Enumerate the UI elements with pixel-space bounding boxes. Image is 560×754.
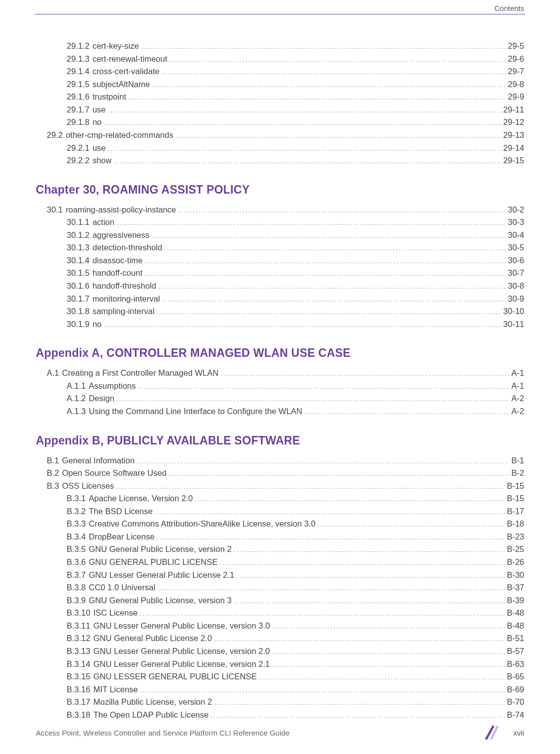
toc-leader-dots <box>137 454 510 467</box>
toc-entry[interactable]: B.3.10ISC LicenseB-48 <box>67 607 524 620</box>
toc-leader-dots <box>234 594 505 607</box>
toc-entry[interactable]: B.3.9GNU General Public License, version… <box>67 594 524 607</box>
toc-leader-dots <box>103 318 501 331</box>
toc-entry[interactable]: B.3.12 GNU General Public License 2.0B-5… <box>67 632 524 645</box>
toc-entry-title: ISC License <box>93 607 138 620</box>
toc-entry-page: B-74 <box>507 709 524 722</box>
toc-entry[interactable]: 30.1.7monitoring-interval30-9 <box>67 293 524 306</box>
toc-entry-page: 29-8 <box>508 78 524 91</box>
toc-entry-page: 29-11 <box>503 104 524 116</box>
toc-entry-page: B-37 <box>507 581 524 594</box>
toc-entry[interactable]: A.1.1AssumptionsA-1 <box>67 380 524 393</box>
toc-entry-number: A.1.3 <box>67 405 86 418</box>
toc-entry[interactable]: B.2Open Source Software UsedB-2 <box>47 467 524 480</box>
toc-entry-title: no <box>93 116 101 129</box>
toc-entry[interactable]: B.3.4DropBear LicenseB-23 <box>67 531 524 543</box>
toc-entry-number: B.3.13 <box>67 645 91 658</box>
toc-entry[interactable]: A.1.3Using the Command Line Interface to… <box>67 405 524 418</box>
toc-entry[interactable]: A.1Creating a First Controller Managed W… <box>47 367 524 380</box>
toc-entry-title: Design <box>89 392 114 405</box>
toc-entry[interactable]: 29.1.6trustpoint29-9 <box>67 91 524 104</box>
toc-entry-title: GNU LESSER GENERAL PUBLIC LICENSE <box>93 670 257 683</box>
toc-entry[interactable]: B.3.16MIT LicenseB-69 <box>67 683 524 696</box>
toc-entry-page: 30-4 <box>508 229 524 242</box>
toc-entry[interactable]: B.3.15GNU LESSER GENERAL PUBLIC LICENSEB… <box>67 670 524 683</box>
toc-entry-title: Creative Commons Attribution-ShareAlike … <box>89 518 316 531</box>
toc-entry[interactable]: B.3.13GNU Lesser General Public License,… <box>67 645 524 658</box>
toc-entry[interactable]: 29.2.1use29-14 <box>67 142 524 155</box>
toc-leader-dots <box>107 142 501 155</box>
toc-entry-title: trustpoint <box>93 91 126 104</box>
chapter-heading: Appendix B, PUBLICLY AVAILABLE SOFTWARE <box>36 434 524 447</box>
toc-entry[interactable]: 30.1.2aggressiveness30-4 <box>67 229 524 242</box>
toc-entry-page: B-63 <box>507 658 524 671</box>
toc-entry-number: B.3.18 <box>67 709 91 722</box>
toc-entry[interactable]: 30.1roaming-assist-policy-instance30-2 <box>47 204 524 216</box>
toc-entry-page: 30-6 <box>508 254 524 267</box>
toc-entry-title: cert-renewal-timeout <box>93 53 167 66</box>
toc-entry-number: 29.1.2 <box>67 40 90 53</box>
toc-entry-title: GNU GENERAL PUBLIC LICENSE <box>89 556 218 569</box>
toc-entry-number: 30.1.7 <box>67 293 90 306</box>
chapter-heading: Appendix A, CONTROLLER MANAGED WLAN USE … <box>36 346 524 360</box>
toc-entry-number: 29.2 <box>47 129 63 142</box>
toc-entry-page: B-69 <box>507 683 524 696</box>
toc-entry[interactable]: 29.1.5subjectAltName29-8 <box>67 78 524 91</box>
toc-entry[interactable]: 29.2other-cmp-related-commands29-13 <box>47 129 524 142</box>
toc-entry[interactable]: B.3.8CC0 1.0 UniversalB-37 <box>67 581 524 594</box>
footer-guide-title: Access Point, Wireless Controller and Se… <box>36 729 289 737</box>
toc-entry-number: A.1.2 <box>67 392 86 405</box>
toc-entry[interactable]: 29.2.2show29-15 <box>67 154 524 167</box>
toc-entry[interactable]: 30.1.4disassoc-time30-6 <box>67 254 524 267</box>
toc-entry[interactable]: A.1.2DesignA-2 <box>67 392 524 405</box>
page-footer: Access Point, Wireless Controller and Se… <box>36 724 524 741</box>
toc-leader-dots <box>128 91 506 104</box>
toc-entry-title: Using the Command Line Interface to Conf… <box>89 405 302 418</box>
toc-leader-dots <box>234 543 505 556</box>
toc-entry[interactable]: 30.1.6handoff-threshold30-8 <box>67 280 524 293</box>
toc-entry[interactable]: 30.1.5handoff-count30-7 <box>67 267 524 280</box>
toc-entry-page: 29-13 <box>503 129 524 142</box>
toc-entry[interactable]: B.3.18The Open LDAP Public LicenseB-74 <box>67 709 524 722</box>
toc-entry-number: 30.1.5 <box>67 267 90 280</box>
toc-entry-page: B-48 <box>507 607 524 620</box>
toc-entry[interactable]: 29.1.8no29-12 <box>67 116 524 129</box>
toc-content: 29.1.2cert-key-size29-529.1.3cert-renewa… <box>36 40 524 721</box>
toc-entry[interactable]: 29.1.7use29-11 <box>67 104 524 116</box>
toc-leader-dots <box>116 216 506 229</box>
toc-entry[interactable]: B.3.1Apache License, Version 2.0B-15 <box>67 492 524 505</box>
toc-entry-page: A-2 <box>511 405 524 418</box>
toc-entry-page: B-15 <box>507 480 524 493</box>
toc-entry[interactable]: B.3.5GNU General Public License, version… <box>67 543 524 556</box>
toc-entry-number: A.1.1 <box>67 380 86 393</box>
toc-entry[interactable]: B.3.17Mozilla Public License, version 2B… <box>67 696 524 709</box>
brand-logo-icon <box>483 724 500 741</box>
toc-entry[interactable]: 30.1.3detection-threshold30-5 <box>67 241 524 254</box>
toc-entry[interactable]: 29.1.2cert-key-size29-5 <box>67 40 524 53</box>
toc-entry-page: 29-14 <box>503 142 524 155</box>
toc-entry-number: B.3.1 <box>67 492 86 505</box>
toc-entry[interactable]: B.1General InformationB-1 <box>47 454 524 467</box>
toc-entry[interactable]: B.3 OSS LicensesB-15 <box>47 480 524 493</box>
toc-entry[interactable]: B.3.6GNU GENERAL PUBLIC LICENSEB-26 <box>67 556 524 569</box>
toc-entry-title: GNU Lesser General Public License, versi… <box>93 620 270 633</box>
toc-entry-title: Apache License, Version 2.0 <box>89 492 193 505</box>
toc-leader-dots <box>272 620 505 633</box>
toc-leader-dots <box>272 658 505 671</box>
toc-entry-title: aggressiveness <box>93 229 150 242</box>
toc-leader-dots <box>317 518 505 531</box>
toc-entry[interactable]: 30.1.1action30-3 <box>67 216 524 229</box>
toc-entry[interactable]: 30.1.9no30-11 <box>67 318 524 331</box>
toc-entry-page: B-26 <box>507 556 524 569</box>
toc-entry[interactable]: B.3.14GNU Lesser General Public License,… <box>67 658 524 671</box>
toc-entry[interactable]: 29.1.4cross-cert-validate29-7 <box>67 65 524 78</box>
toc-entry[interactable]: B.3.2The BSD LicenseB-17 <box>67 505 524 518</box>
toc-entry[interactable]: B.3.7GNU Lesser General Public License 2… <box>67 569 524 582</box>
toc-entry[interactable]: B.3.3Creative Commons Attribution-ShareA… <box>67 518 524 531</box>
toc-entry[interactable]: 29.1.3cert-renewal-timeout29-6 <box>67 53 524 66</box>
toc-leader-dots <box>210 709 505 722</box>
toc-entry-page: 30-11 <box>503 318 524 331</box>
toc-entry[interactable]: 30.1.8sampling-interval30-10 <box>67 305 524 318</box>
toc-leader-dots <box>219 556 505 569</box>
toc-entry[interactable]: B.3.11GNU Lesser General Public License,… <box>67 620 524 633</box>
